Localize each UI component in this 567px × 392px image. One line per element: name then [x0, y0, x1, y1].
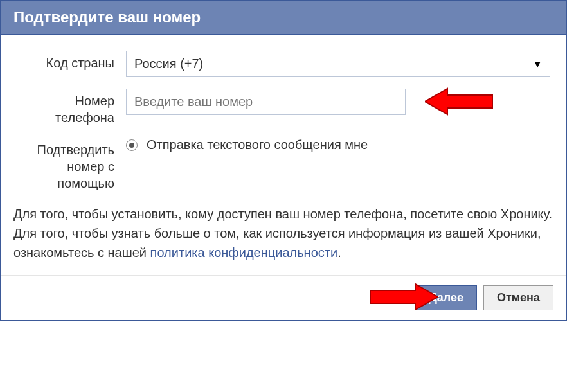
- radio-dot-icon: [129, 143, 134, 148]
- radio-icon: [126, 139, 138, 151]
- phone-input[interactable]: [126, 89, 406, 115]
- chevron-down-icon: ▼: [533, 59, 542, 69]
- svg-marker-0: [425, 89, 492, 114]
- svg-marker-1: [370, 284, 438, 310]
- dialog-title: Подтвердите ваш номер: [14, 8, 201, 26]
- phone-row: Номер телефона: [14, 89, 554, 126]
- country-field: Россия (+7) ▼: [126, 51, 554, 77]
- dialog-body: Код страны Россия (+7) ▼ Номер телефона: [1, 35, 566, 275]
- dialog-header: Подтвердите ваш номер: [1, 1, 566, 35]
- cancel-button[interactable]: Отмена: [483, 285, 554, 310]
- confirm-row: Подтвердить номер с помощью Отправка тек…: [14, 138, 554, 192]
- confirm-radio-option[interactable]: Отправка текстового сообщения мне: [126, 138, 368, 152]
- description-part2: .: [338, 245, 341, 260]
- country-row: Код страны Россия (+7) ▼: [14, 51, 554, 77]
- country-label: Код страны: [14, 51, 126, 71]
- annotation-arrow-icon: [425, 85, 496, 118]
- description-text: Для того, чтобы установить, кому доступе…: [14, 204, 554, 262]
- dialog-footer: Далее Отмена: [1, 275, 566, 320]
- phone-label: Номер телефона: [14, 89, 126, 126]
- annotation-arrow-icon: [367, 281, 438, 313]
- confirm-field: Отправка текстового сообщения мне: [126, 138, 554, 152]
- country-select[interactable]: Россия (+7) ▼: [126, 51, 550, 77]
- confirm-label: Подтвердить номер с помощью: [14, 138, 126, 192]
- privacy-policy-link[interactable]: политика конфиденциальности: [150, 245, 338, 260]
- country-selected-value: Россия (+7): [134, 57, 203, 71]
- phone-field: [126, 89, 554, 115]
- confirm-number-dialog: Подтвердите ваш номер Код страны Россия …: [0, 0, 567, 321]
- radio-label: Отправка текстового сообщения мне: [147, 138, 368, 152]
